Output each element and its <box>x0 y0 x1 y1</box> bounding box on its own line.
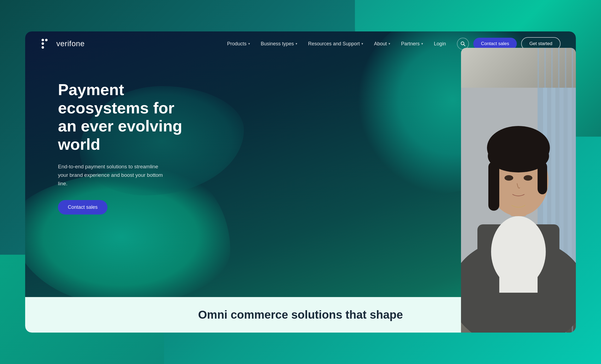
logo-text: verifone <box>56 39 85 48</box>
nav-item-resources[interactable]: Resources and Support ▾ <box>308 41 363 47</box>
nav-item-products[interactable]: Products ▾ <box>227 41 250 47</box>
svg-point-19 <box>524 175 532 181</box>
logo-dot-3 <box>49 39 51 41</box>
logo-dot-6 <box>49 42 51 45</box>
logo-dots <box>42 39 51 49</box>
chevron-down-icon: ▾ <box>421 42 423 46</box>
hero-title-line2: an ever evolving world <box>58 117 182 153</box>
nav-label-about: About <box>374 41 387 47</box>
logo-dot-1 <box>42 39 44 41</box>
nav-label-partners: Partners <box>401 41 420 47</box>
nav-label-products: Products <box>227 41 247 47</box>
nav-item-login[interactable]: Login <box>434 41 446 47</box>
logo-dot-5 <box>45 42 48 45</box>
person-image <box>461 48 576 333</box>
nav-label-resources: Resources and Support <box>308 41 360 47</box>
nav-item-partners[interactable]: Partners ▾ <box>401 41 423 47</box>
search-icon <box>460 41 466 46</box>
svg-rect-11 <box>499 238 538 293</box>
hero-title-line1: Payment ecosystems for <box>58 81 174 117</box>
logo-dot-8 <box>45 46 48 49</box>
hero-contact-sales-button[interactable]: Contact sales <box>58 200 107 215</box>
logo-dot-4 <box>42 42 44 45</box>
svg-point-18 <box>504 175 513 181</box>
svg-point-17 <box>488 140 549 172</box>
hero-subtitle: End-to-end payment solutions to streamli… <box>58 162 167 188</box>
chevron-down-icon: ▾ <box>248 42 250 46</box>
chevron-down-icon: ▾ <box>389 42 390 46</box>
hero-content: Payment ecosystems for an ever evolving … <box>58 81 211 215</box>
hero-title: Payment ecosystems for an ever evolving … <box>58 81 211 154</box>
logo-dot-2 <box>45 39 48 41</box>
svg-rect-15 <box>488 162 499 211</box>
logo-area[interactable]: verifone <box>40 38 85 50</box>
nav-links: Products ▾ Business types ▾ Resources an… <box>227 41 446 47</box>
logo-dot-9 <box>49 46 51 49</box>
nav-label-login: Login <box>434 41 446 47</box>
main-card: verifone Products ▾ Business types ▾ Res… <box>25 31 576 333</box>
logo-dot-7 <box>42 46 44 49</box>
chevron-down-icon: ▾ <box>361 42 363 46</box>
chevron-down-icon: ▾ <box>296 42 297 46</box>
logo-icon <box>40 38 52 50</box>
bottom-text: Omni commerce solutions that shape <box>198 308 403 321</box>
nav-item-business-types[interactable]: Business types ▾ <box>261 41 297 47</box>
person-figure <box>461 48 576 333</box>
svg-line-1 <box>463 45 465 46</box>
nav-item-about[interactable]: About ▾ <box>374 41 390 47</box>
nav-label-business-types: Business types <box>261 41 294 47</box>
